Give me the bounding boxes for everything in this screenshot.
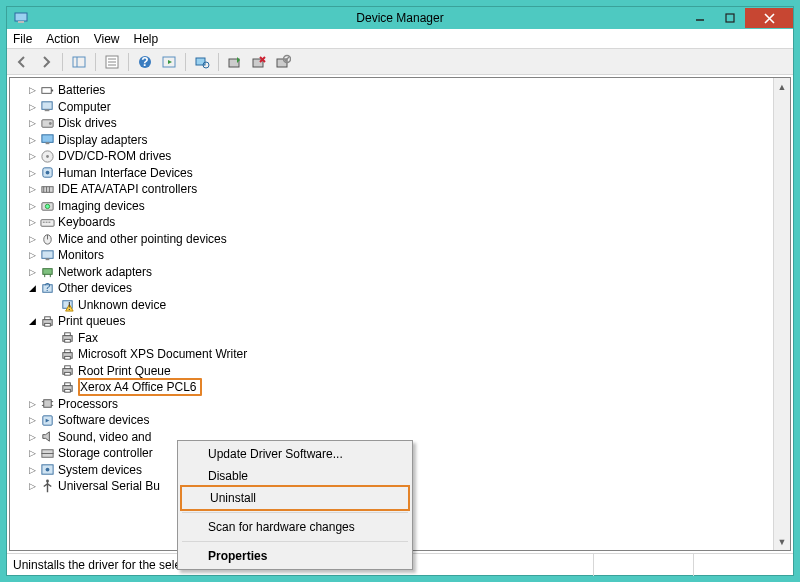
tree-node[interactable]: ▷Computer — [12, 99, 773, 116]
menu-item[interactable]: Scan for hardware changes — [180, 516, 410, 538]
tree-node[interactable]: ▷IDE ATA/ATAPI controllers — [12, 181, 773, 198]
back-icon[interactable] — [11, 51, 33, 73]
svg-rect-45 — [45, 258, 49, 260]
svg-rect-66 — [64, 383, 70, 386]
update-driver-icon[interactable] — [224, 51, 246, 73]
window-title: Device Manager — [7, 11, 793, 25]
svg-point-31 — [45, 171, 49, 175]
tree-node-label: Storage controller — [58, 446, 153, 460]
tree-caret-icon[interactable]: ▷ — [26, 233, 38, 245]
menu-help[interactable]: Help — [134, 32, 159, 46]
svg-rect-54 — [44, 317, 50, 320]
tree-caret-icon[interactable]: ▷ — [26, 398, 38, 410]
help-icon[interactable]: ? — [134, 51, 156, 73]
menu-item[interactable]: Update Driver Software... — [180, 443, 410, 465]
tree-node[interactable]: ◢?Other devices — [12, 280, 773, 297]
svg-rect-67 — [64, 389, 70, 392]
tree-node-label: Keyboards — [58, 215, 115, 229]
tree-caret-icon[interactable]: ▷ — [26, 249, 38, 261]
tree-caret-icon[interactable]: ▷ — [26, 200, 38, 212]
tree-node[interactable]: ▷Network adapters — [12, 264, 773, 281]
tree-node[interactable]: ▷Human Interface Devices — [12, 165, 773, 182]
tree-node-label: Root Print Queue — [78, 364, 171, 378]
tree-node-label: DVD/CD-ROM drives — [58, 149, 171, 163]
svg-text:?: ? — [141, 55, 148, 69]
tree-caret-icon[interactable]: ▷ — [26, 480, 38, 492]
tree-node[interactable]: ▷Imaging devices — [12, 198, 773, 215]
tree-caret-icon[interactable]: ▷ — [26, 266, 38, 278]
menu-view[interactable]: View — [94, 32, 120, 46]
svg-rect-26 — [41, 135, 52, 143]
tree-node[interactable]: ▷Disk drives — [12, 115, 773, 132]
toolbar: ? — [7, 49, 793, 75]
tree-node[interactable]: Root Print Queue — [12, 363, 773, 380]
svg-rect-46 — [42, 269, 51, 275]
tree-node-label: Disk drives — [58, 116, 117, 130]
menu-item[interactable]: Disable — [180, 465, 410, 487]
menubar: File Action View Help — [7, 29, 793, 49]
tree-node-label: Unknown device — [78, 298, 166, 312]
tree-node[interactable]: ▷Display adapters — [12, 132, 773, 149]
menu-separator — [182, 541, 408, 542]
scroll-up-icon[interactable]: ▲ — [774, 78, 791, 95]
tree-caret-icon[interactable]: ▷ — [26, 117, 38, 129]
svg-rect-75 — [41, 453, 52, 457]
svg-rect-44 — [41, 251, 52, 259]
tree-caret-icon[interactable]: ▷ — [26, 183, 38, 195]
tree-caret-icon[interactable]: ▷ — [26, 167, 38, 179]
forward-icon[interactable] — [35, 51, 57, 73]
uninstall-icon[interactable] — [248, 51, 270, 73]
tree-node[interactable]: ◢Print queues — [12, 313, 773, 330]
tree-node[interactable]: Xerox A4 Office PCL6 — [12, 379, 773, 396]
tree-node[interactable]: ▷Software devices — [12, 412, 773, 429]
tree-caret-icon[interactable]: ▷ — [26, 216, 38, 228]
menu-item[interactable]: Uninstall — [180, 485, 410, 511]
tree-caret-icon[interactable]: ▷ — [26, 101, 38, 113]
tree-node-label: Other devices — [58, 281, 132, 295]
svg-rect-61 — [64, 356, 70, 359]
tree-caret-icon[interactable]: ▷ — [26, 464, 38, 476]
printer-icon — [59, 346, 75, 362]
tree-caret-icon[interactable]: ▷ — [26, 414, 38, 426]
tree-node[interactable]: ▷Mice and other pointing devices — [12, 231, 773, 248]
storage-icon — [39, 445, 55, 461]
tree-caret-icon[interactable]: ◢ — [26, 315, 38, 327]
tree-node[interactable]: ▷DVD/CD-ROM drives — [12, 148, 773, 165]
tree-caret-icon[interactable]: ◢ — [26, 282, 38, 294]
tree-caret-icon[interactable]: ▷ — [26, 84, 38, 96]
tree-node-label: Mice and other pointing devices — [58, 232, 227, 246]
show-hide-tree-icon[interactable] — [68, 51, 90, 73]
svg-rect-22 — [41, 102, 51, 110]
menu-action[interactable]: Action — [46, 32, 79, 46]
context-menu[interactable]: Update Driver Software...DisableUninstal… — [177, 440, 413, 570]
cd-icon — [39, 148, 55, 164]
tree-node[interactable]: Fax — [12, 330, 773, 347]
svg-rect-63 — [64, 366, 70, 369]
tree-node-label: Universal Serial Bu — [58, 479, 160, 493]
action-icon[interactable] — [158, 51, 180, 73]
tree-caret-icon[interactable]: ▷ — [26, 150, 38, 162]
properties-icon[interactable] — [101, 51, 123, 73]
tree-node[interactable]: Microsoft XPS Document Writer — [12, 346, 773, 363]
svg-rect-23 — [44, 110, 49, 112]
scroll-down-icon[interactable]: ▼ — [774, 533, 791, 550]
menu-item[interactable]: Properties — [180, 545, 410, 567]
vertical-scrollbar[interactable]: ▲ ▼ — [773, 78, 790, 550]
tree-node[interactable]: ▷Processors — [12, 396, 773, 413]
scan-hardware-icon[interactable] — [191, 51, 213, 73]
svg-rect-4 — [73, 57, 85, 67]
tree-node-label: Monitors — [58, 248, 104, 262]
disable-icon[interactable] — [272, 51, 294, 73]
tree-caret-icon[interactable]: ▷ — [26, 431, 38, 443]
tree-node-label: Human Interface Devices — [58, 166, 193, 180]
tree-node[interactable]: !Unknown device — [12, 297, 773, 314]
mouse-icon — [39, 231, 55, 247]
tree-caret-icon[interactable]: ▷ — [26, 447, 38, 459]
tree-node-label: IDE ATA/ATAPI controllers — [58, 182, 197, 196]
tree-node[interactable]: ▷Batteries — [12, 82, 773, 99]
menu-file[interactable]: File — [13, 32, 32, 46]
tree-node[interactable]: ▷Keyboards — [12, 214, 773, 231]
tree-caret-icon[interactable]: ▷ — [26, 134, 38, 146]
tree-node[interactable]: ▷Monitors — [12, 247, 773, 264]
svg-rect-60 — [64, 350, 70, 353]
